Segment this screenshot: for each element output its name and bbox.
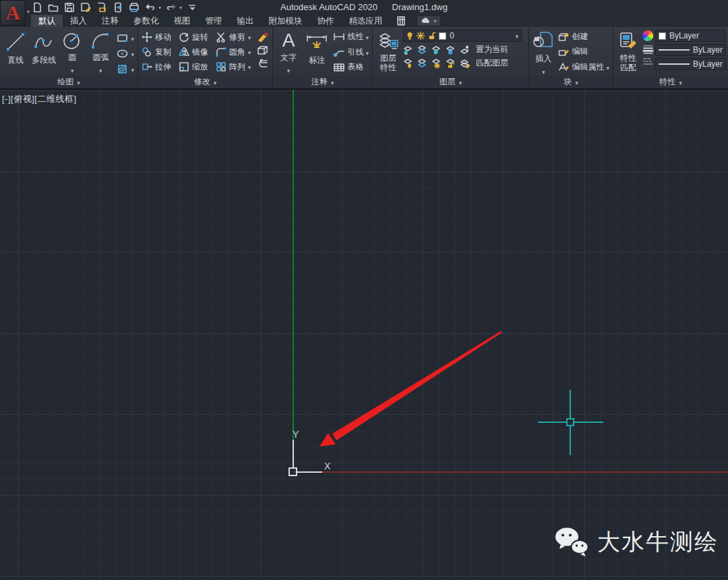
layer-freeze-icon (431, 45, 442, 55)
hatch-button[interactable] (115, 62, 135, 76)
color-wheel-icon[interactable] (642, 30, 653, 41)
edit-attributes-button[interactable]: 编辑属性 (557, 60, 611, 74)
tab-addins[interactable]: 附加模块 (262, 15, 310, 27)
panel-modify-label[interactable]: 修改 (138, 76, 272, 88)
dimension-button[interactable]: 标注 (303, 28, 330, 76)
join-button[interactable] (255, 58, 270, 69)
linetype-dropdown[interactable]: ByLayer (655, 58, 726, 70)
customize-quick-access-button[interactable] (186, 1, 198, 13)
create-block-icon (558, 32, 570, 42)
edit-attributes-caret-icon (606, 61, 609, 73)
line-button[interactable]: 直线 (2, 28, 29, 76)
save-as-button[interactable] (80, 1, 92, 13)
rectangle-button[interactable] (115, 31, 135, 45)
tab-annotate[interactable]: 注释 (94, 15, 126, 27)
redo-history-caret-icon[interactable]: ▾ (179, 5, 182, 11)
plot-button[interactable] (128, 1, 140, 13)
hatch-caret-icon (131, 63, 134, 75)
tab-insert[interactable]: 插入 (63, 15, 94, 27)
application-menu-button[interactable]: A (0, 0, 26, 26)
viewport-view-control[interactable]: [俯视] (11, 94, 34, 104)
rotate-button[interactable]: 旋转 (177, 30, 212, 45)
cloud-icon (421, 18, 431, 24)
move-icon (142, 32, 152, 42)
edit-block-icon (558, 47, 570, 57)
create-block-button[interactable]: 创建 (557, 30, 611, 43)
ucs-origin-box[interactable] (289, 467, 297, 476)
lineweight-dropdown[interactable]: ByLayer (655, 44, 726, 56)
tab-featured-apps[interactable]: 精选应用 (342, 15, 390, 27)
fillet-button[interactable]: 圆角 (214, 45, 254, 59)
layer-select-dropdown[interactable]: 0 (403, 30, 522, 42)
match-layer-button[interactable]: 匹配图层 (475, 57, 510, 69)
linetype-icon (642, 57, 654, 67)
open-from-web-button[interactable] (96, 1, 108, 13)
layer-unlock-all-icon (446, 59, 456, 68)
move-button[interactable]: 移动 (140, 30, 175, 45)
linear-dimension-button[interactable]: 线性 (332, 30, 370, 43)
trim-button[interactable]: 修剪 (214, 30, 254, 45)
match-properties-icon (618, 31, 638, 53)
scale-button[interactable]: 缩放 (177, 59, 212, 74)
panel-properties-label[interactable]: 特性 (613, 76, 728, 88)
linear-dimension-icon (333, 32, 345, 41)
application-menu-caret-icon[interactable]: ▾ (27, 9, 30, 15)
array-button[interactable]: 阵列 (214, 59, 254, 74)
tab-collaborate[interactable]: 协作 (310, 15, 342, 27)
layer-properties-button[interactable]: 图层特性 (375, 28, 402, 76)
leader-caret-icon (365, 46, 369, 58)
save-button[interactable] (63, 1, 75, 13)
new-file-button[interactable] (31, 1, 43, 13)
table-button[interactable]: 表格 (332, 61, 370, 74)
tab-view[interactable]: 视图 (166, 15, 198, 27)
connect-cloud-button[interactable]: ▾ (417, 16, 440, 26)
ribbon: 直线 多段线 圆 圆弧 (0, 27, 728, 90)
watermark: 大水牛测绘 (554, 527, 719, 558)
lineweight-sample (659, 49, 690, 51)
panel-layers-label[interactable]: 图层 (373, 76, 528, 88)
undo-history-caret-icon[interactable]: ▾ (158, 5, 161, 11)
tab-output[interactable]: 输出 (230, 15, 262, 27)
document-upload-icon (96, 2, 107, 13)
drawing-grid-icon[interactable] (396, 16, 406, 26)
set-current-button[interactable]: 置为当前 (475, 44, 510, 55)
open-file-button[interactable] (47, 1, 59, 13)
fillet-caret-icon (248, 47, 251, 57)
leader-button[interactable]: 引线 (332, 45, 370, 59)
undo-button[interactable] (144, 1, 156, 13)
erase-button[interactable] (255, 31, 270, 42)
match-properties-button[interactable]: 特性匹配 (615, 28, 641, 76)
mirror-button[interactable]: 镜像 (177, 45, 212, 59)
copy-icon (142, 47, 152, 57)
redo-button[interactable] (165, 1, 177, 13)
viewport-visual-style-control[interactable]: [二维线框] (34, 94, 76, 104)
insert-block-button[interactable]: 插入 (531, 28, 555, 76)
panel-block-label[interactable]: 块 (529, 76, 613, 88)
drawing-canvas[interactable]: [-][俯视][二维线框] Y X 大水牛测绘 (0, 90, 728, 580)
text-button[interactable]: A 文字 (275, 28, 302, 76)
tab-parametric[interactable]: 参数化 (126, 15, 166, 27)
tab-default[interactable]: 默认 (31, 15, 63, 27)
polyline-button[interactable]: 多段线 (30, 28, 57, 76)
tab-manage[interactable]: 管理 (198, 15, 230, 27)
y-axis-line (293, 90, 294, 440)
edit-block-button[interactable]: 编辑 (557, 45, 611, 58)
fillet-icon (216, 47, 226, 57)
dimension-label: 标注 (309, 55, 325, 66)
rectangle-caret-icon (131, 32, 134, 44)
save-to-mobile-button[interactable] (112, 1, 124, 13)
table-icon (333, 63, 345, 71)
object-color-dropdown[interactable]: ByLayer (655, 30, 726, 42)
arc-button[interactable]: 圆弧 (87, 28, 114, 76)
explode-button[interactable] (255, 45, 270, 56)
copy-button[interactable]: 复制 (140, 45, 175, 59)
ellipse-button[interactable] (115, 47, 135, 60)
panel-annotation-label[interactable]: 注释 (273, 76, 372, 88)
viewport-minimize-control[interactable]: [-] (2, 94, 11, 104)
scale-icon (179, 61, 189, 72)
panel-draw-label[interactable]: 绘图 (0, 76, 138, 88)
stretch-button[interactable]: 拉伸 (140, 59, 175, 74)
quick-access-toolbar: ▾ ▾ (31, 1, 198, 13)
line-icon (5, 32, 26, 52)
circle-button[interactable]: 圆 (59, 28, 86, 76)
